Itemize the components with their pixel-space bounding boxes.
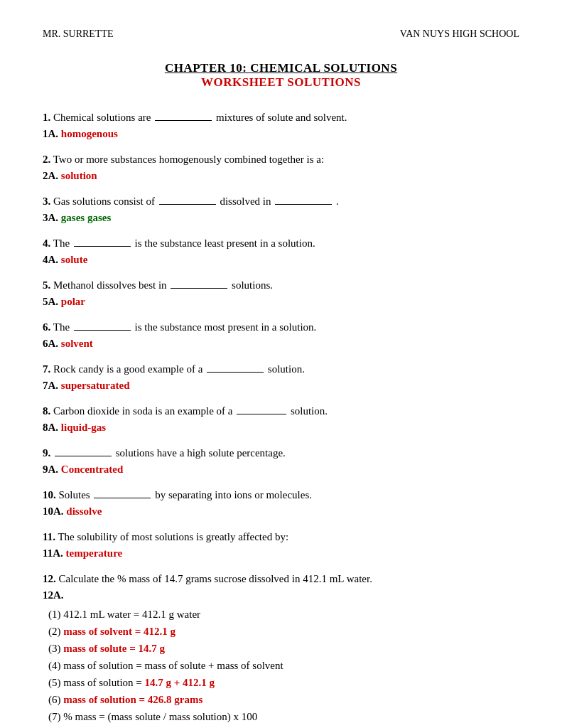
title-section: CHAPTER 10: CHEMICAL SOLUTIONS WORKSHEET…: [43, 61, 519, 90]
q10-answer: 10A. dissolve: [43, 503, 519, 520]
question-2: 2. Two or more substances homogenously c…: [43, 151, 519, 183]
q12-answer: 12A.: [43, 587, 519, 604]
questions-section: 1. Chemical solutions are mixtures of so…: [43, 109, 519, 725]
q6-answer: 6A. solvent: [43, 336, 519, 352]
q11-answer: 11A. temperature: [43, 545, 519, 562]
q5-text: 5. Methanol dissolves best in solutions.: [43, 277, 519, 294]
question-11: 11. The solubility of most solutions is …: [43, 529, 519, 561]
q1-answer: 1A. homogenous: [43, 126, 519, 142]
main-title: CHAPTER 10: CHEMICAL SOLUTIONS: [43, 61, 519, 75]
q4-answer: 4A. solute: [43, 252, 519, 268]
q4-text: 4. The is the substance least present in…: [43, 235, 519, 252]
question-5: 5. Methanol dissolves best in solutions.…: [43, 277, 519, 309]
q9-answer: 9A. Concentrated: [43, 461, 519, 478]
question-3: 3. Gas solutions consist of dissolved in…: [43, 193, 519, 225]
calc-step-7: (7) % mass = (mass solute / mass solutio…: [48, 708, 519, 725]
question-8: 8. Carbon dioxide in soda is an example …: [43, 403, 519, 435]
calc-step-2: (2) mass of solvent = 412.1 g: [48, 623, 519, 640]
calc-step-5: (5) mass of solution = 14.7 g + 412.1 g: [48, 674, 519, 691]
calc-step-1: (1) 412.1 mL water = 412.1 g water: [48, 606, 519, 623]
calc-step-4: (4) mass of solution = mass of solute + …: [48, 657, 519, 674]
question-12: 12. Calculate the % mass of 14.7 grams s…: [43, 571, 519, 725]
q10-text: 10. Solutes by separating into ions or m…: [43, 487, 519, 503]
q7-answer: 7A. supersaturated: [43, 378, 519, 394]
q8-answer: 8A. liquid-gas: [43, 419, 519, 436]
question-1: 1. Chemical solutions are mixtures of so…: [43, 109, 519, 141]
subtitle: WORKSHEET SOLUTIONS: [43, 75, 519, 90]
question-7: 7. Rock candy is a good example of a sol…: [43, 361, 519, 393]
q9-text: 9. solutions have a high solute percenta…: [43, 445, 519, 461]
q3-answer: 3A. gases gases: [43, 210, 519, 226]
q6-text: 6. The is the substance most present in …: [43, 319, 519, 336]
q12-text: 12. Calculate the % mass of 14.7 grams s…: [43, 571, 519, 587]
question-6: 6. The is the substance most present in …: [43, 319, 519, 351]
header-left: MR. SURRETTE: [43, 28, 114, 40]
q3-text: 3. Gas solutions consist of dissolved in…: [43, 193, 519, 210]
calc-steps: (1) 412.1 mL water = 412.1 g water (2) m…: [43, 606, 519, 725]
header-right: VAN NUYS HIGH SCHOOL: [400, 28, 519, 40]
q5-answer: 5A. polar: [43, 294, 519, 310]
q2-answer: 2A. solution: [43, 168, 519, 184]
question-10: 10. Solutes by separating into ions or m…: [43, 487, 519, 519]
q11-text: 11. The solubility of most solutions is …: [43, 529, 519, 545]
question-4: 4. The is the substance least present in…: [43, 235, 519, 267]
calc-step-3: (3) mass of solute = 14.7 g: [48, 640, 519, 657]
q1-text: 1. Chemical solutions are mixtures of so…: [43, 109, 519, 126]
question-9: 9. solutions have a high solute percenta…: [43, 445, 519, 477]
q8-text: 8. Carbon dioxide in soda is an example …: [43, 403, 519, 419]
q7-text: 7. Rock candy is a good example of a sol…: [43, 361, 519, 378]
q2-text: 2. Two or more substances homogenously c…: [43, 151, 519, 168]
calc-step-6: (6) mass of solution = 426.8 grams: [48, 691, 519, 708]
